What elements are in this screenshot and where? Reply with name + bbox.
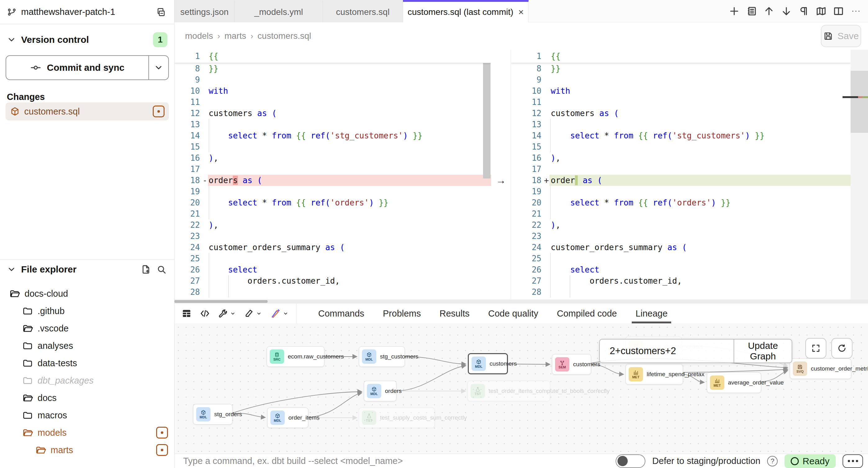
changed-file-customers.sql[interactable]: customers.sql — [6, 102, 169, 120]
code-line-28[interactable]: 28 — [511, 286, 850, 298]
outline-icon[interactable] — [744, 4, 759, 18]
table-tool[interactable] — [181, 308, 192, 319]
file-tree-item-data-tests[interactable]: data-tests — [0, 354, 174, 372]
lineage-node-customers_mdl[interactable]: MDLcustomers — [468, 353, 508, 374]
lineage-node-order_items[interactable]: MDLorder_items — [267, 407, 308, 428]
commit-and-sync-main[interactable]: Commit and sync — [6, 56, 148, 80]
code-line-27[interactable]: 27 orders.customer_id, — [511, 275, 850, 286]
file-tree-item-analyses[interactable]: analyses — [0, 337, 174, 354]
code-line-9[interactable]: 9 — [175, 74, 491, 85]
code-line-10[interactable]: 10with — [175, 85, 491, 96]
format-tool[interactable] — [244, 309, 262, 318]
code-line-23[interactable]: 23 — [175, 230, 491, 242]
code-line-22[interactable]: 22), — [175, 219, 491, 230]
status-badge[interactable]: Ready — [784, 454, 836, 468]
plus-icon[interactable] — [727, 4, 741, 18]
code-line-12[interactable]: 12customers as ( — [175, 108, 491, 119]
map-icon[interactable] — [814, 4, 828, 18]
code-line-19[interactable]: 19 — [175, 186, 491, 197]
version-control-header[interactable]: Version control 1 — [0, 31, 174, 49]
commit-options-dropdown[interactable] — [148, 56, 168, 80]
lineage-node-customer_order_metrics[interactable]: SVQcustomer_order_metrics — [790, 358, 851, 379]
lineage-node-stg_customers[interactable]: MDLstg_customers — [359, 346, 405, 367]
code-line-26[interactable]: 26 select — [511, 264, 850, 275]
code-line-16[interactable]: 16), — [175, 152, 491, 163]
lineage-node-average_order_value[interactable]: METaverage_order_value — [707, 372, 761, 393]
file-tree-item-.vscode[interactable]: .vscode — [0, 320, 174, 337]
code-line-8[interactable]: 8}} — [511, 63, 850, 74]
lineage-canvas[interactable]: SRCecom.raw_customersMDLstg_customersMDL… — [175, 323, 868, 454]
lineage-node-test_order_items[interactable]: TSTtest_order_items_compute_to_bools_cor… — [468, 381, 550, 401]
code-line-11[interactable]: 11 — [175, 96, 491, 108]
panel-tab-Compiled code[interactable]: Compiled code — [557, 304, 617, 323]
arrow-up-icon[interactable] — [762, 4, 776, 18]
diff-pane-original[interactable]: 1{{8}}910with1112customers as (1314 sele… — [175, 50, 491, 300]
lineage-node-stg_orders[interactable]: MDLstg_orders — [193, 404, 232, 425]
editor-hscrollbar-thumb[interactable] — [175, 300, 268, 303]
save-button[interactable]: Save — [821, 25, 861, 47]
help-icon[interactable]: ? — [767, 456, 778, 466]
ai-pen-tool[interactable] — [270, 308, 289, 319]
code-line-15[interactable]: 15 — [175, 141, 491, 152]
panel-tab-Commands[interactable]: Commands — [318, 304, 364, 323]
tab-settings.json[interactable]: settings.json — [175, 0, 235, 22]
code-line-21[interactable]: 21 — [175, 208, 491, 219]
split-icon[interactable] — [831, 4, 846, 18]
lineage-node-ecom_raw_customers[interactable]: SRCecom.raw_customers — [267, 346, 324, 367]
code-line-20[interactable]: 20 select * from {{ ref('orders') }} — [175, 197, 491, 208]
code-tool[interactable] — [200, 309, 210, 318]
code-line-25[interactable]: 25 — [175, 253, 491, 264]
more-options-button[interactable] — [842, 454, 863, 468]
copy-branch-icon[interactable] — [156, 7, 166, 17]
refresh-graph-button[interactable] — [831, 338, 852, 358]
code-line-27[interactable]: 27 orders.customer_id, — [175, 275, 491, 286]
code-line-8[interactable]: 8}} — [175, 63, 491, 74]
code-line-11[interactable]: 11 — [511, 96, 850, 108]
file-tree-item-docs-cloud[interactable]: docs-cloud — [0, 285, 174, 302]
panel-tab-Code quality[interactable]: Code quality — [488, 304, 538, 323]
diff-pane-modified[interactable]: 1{{8}}910with1112customers as (1314 sele… — [511, 50, 850, 300]
breadcrumb-item[interactable]: models — [185, 31, 213, 41]
tab-customers.sql (last commit)[interactable]: customers.sql (last commit)× — [403, 0, 529, 22]
pilcrow-icon[interactable] — [797, 4, 811, 18]
code-line-14[interactable]: 14 select * from {{ ref('stg_customers')… — [511, 130, 850, 141]
code-line-1[interactable]: 1{{ — [175, 50, 491, 63]
code-line-26[interactable]: 26 select — [175, 264, 491, 275]
new-file-icon[interactable] — [141, 264, 151, 275]
lineage-node-customers_sem[interactable]: SEMcustomers — [552, 354, 591, 375]
code-line-17[interactable]: 17 — [175, 163, 491, 175]
file-tree-item-.github[interactable]: .github — [0, 302, 174, 320]
file-tree-item-docs[interactable]: docs — [0, 389, 174, 407]
panel-tab-Results[interactable]: Results — [440, 304, 470, 323]
ellipsis-icon[interactable] — [849, 4, 863, 18]
command-input[interactable] — [183, 456, 609, 466]
lineage-select-input[interactable] — [600, 340, 734, 363]
defer-toggle[interactable] — [616, 454, 645, 468]
code-line-23[interactable]: 23 — [511, 230, 850, 242]
code-line-19[interactable]: 19 — [511, 186, 850, 197]
code-line-16[interactable]: 16), — [511, 152, 850, 163]
file-tree-item-dbt_packages[interactable]: dbt_packages — [0, 372, 174, 389]
arrow-down-icon[interactable] — [779, 4, 794, 18]
code-line-14[interactable]: 14 select * from {{ ref('stg_customers')… — [175, 130, 491, 141]
revert-change-arrow[interactable]: → — [491, 175, 511, 186]
lineage-node-lifetime_spend_pretax[interactable]: METlifetime_spend_pretax — [625, 364, 683, 384]
tab-customers.sql[interactable]: customers.sql — [323, 0, 403, 22]
branch-selector[interactable]: matthewshaver-patch-1 — [0, 0, 174, 24]
file-explorer-header[interactable]: File explorer — [0, 261, 174, 277]
file-tree-item-marts[interactable]: marts — [0, 441, 174, 459]
lineage-node-orders[interactable]: MDLorders — [364, 381, 397, 401]
code-line-13[interactable]: 13 — [175, 119, 491, 130]
wrench-tool[interactable] — [218, 309, 236, 318]
close-tab-icon[interactable]: × — [519, 7, 524, 17]
breadcrumb-item[interactable]: marts — [224, 31, 246, 41]
left-scrollbar-thumb[interactable] — [483, 63, 491, 179]
code-line-15[interactable]: 15 — [511, 141, 850, 152]
code-line-21[interactable]: 21 — [511, 208, 850, 219]
update-graph-button[interactable]: Update Graph — [734, 340, 792, 363]
minimap-thumb[interactable] — [850, 71, 868, 133]
code-line-25[interactable]: 25 — [511, 253, 850, 264]
code-line-28[interactable]: 28 — [175, 286, 491, 298]
code-line-10[interactable]: 10with — [511, 85, 850, 96]
file-tree-item-models[interactable]: models — [0, 424, 174, 441]
